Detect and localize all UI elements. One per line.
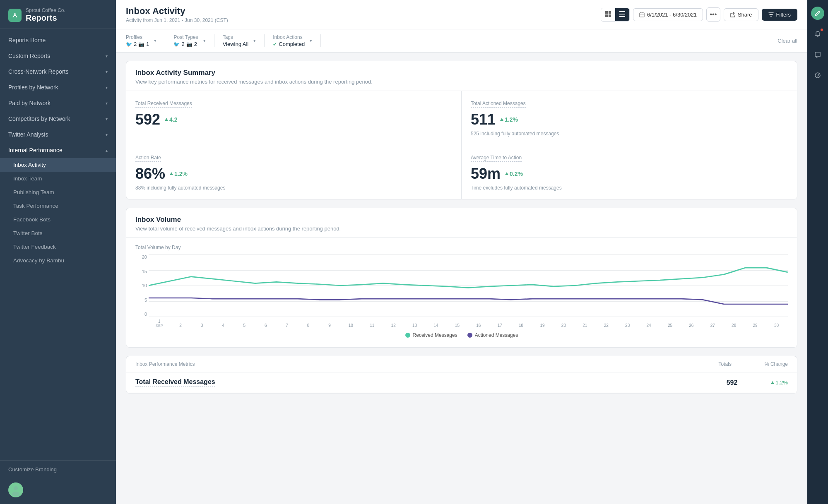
brand-company: Sprout Coffee Co.: [26, 7, 65, 13]
sidebar-sub-advocacy[interactable]: Advocacy by Bambu: [0, 254, 116, 267]
volume-card-title: Inbox Volume: [135, 216, 788, 224]
post-types-instagram: 2: [194, 41, 197, 47]
profiles-filter[interactable]: Profiles 🐦 2 📷 1 ▾: [126, 34, 165, 47]
list-view-button[interactable]: [615, 8, 629, 21]
x-axis: 1 SEP 2 3 4 5 6 7 8 9: [149, 317, 788, 329]
svg-rect-5: [605, 14, 608, 17]
action-rate-sub: 88% including fully automated messages: [135, 185, 452, 191]
total-actioned-change: 1.2%: [500, 116, 518, 123]
row-change: 1.2%: [770, 379, 788, 386]
received-label: Received Messages: [413, 332, 457, 338]
total-received-cell: Total Received Messages 592 4.2: [126, 91, 462, 145]
tags-value: Viewing All: [223, 41, 249, 47]
total-actioned-sub: 525 including fully automated messages: [471, 131, 788, 137]
filters-button[interactable]: Filters: [762, 9, 797, 21]
chevron-down-icon: ▾: [310, 38, 312, 43]
page-subtitle: Activity from Jun 1, 2021 - Jun 30, 2021…: [126, 17, 228, 23]
sidebar-bottom: Customize Branding: [0, 460, 116, 478]
sidebar-item-internal-performance[interactable]: Internal Performance ▴: [0, 142, 116, 158]
svg-point-1: [14, 486, 18, 490]
sidebar-item-competitors[interactable]: Competitors by Network ▾: [0, 111, 116, 127]
action-rate-change: 1.2%: [169, 170, 188, 177]
sidebar-item-label: Cross-Network Reports: [8, 68, 68, 75]
sidebar-sub-inbox-team[interactable]: Inbox Team: [0, 172, 116, 185]
grid-view-button[interactable]: [601, 8, 615, 21]
customize-branding-link[interactable]: Customize Branding: [8, 466, 108, 473]
notifications-button[interactable]: [811, 27, 824, 41]
messages-button[interactable]: [811, 48, 824, 61]
chart-area: Total Volume by Day 20 15 10 5 0: [126, 238, 797, 347]
filters-label: Filters: [776, 12, 791, 18]
total-received-label: Total Received Messages: [135, 101, 192, 108]
sidebar-sub-publishing-team[interactable]: Publishing Team: [0, 185, 116, 199]
date-range-button[interactable]: 6/1/2021 - 6/30/2021: [633, 8, 703, 21]
content-area: Inbox Activity Summary View key performa…: [116, 53, 807, 504]
action-rate-cell: Action Rate 86% 1.2% 88% including fully…: [126, 145, 462, 199]
inbox-actions-label: Inbox Actions: [273, 34, 305, 40]
avg-time-label: Average Time to Action: [471, 155, 522, 162]
volume-card: Inbox Volume View total volume of receiv…: [126, 208, 797, 348]
chevron-down-icon: ▾: [106, 101, 108, 106]
sidebar-item-custom-reports[interactable]: Custom Reports ▾: [0, 48, 116, 64]
instagram-icon: 📷: [186, 41, 193, 47]
svg-point-11: [815, 73, 820, 78]
inbox-actions-filter[interactable]: Inbox Actions ✔ Completed ▾: [273, 34, 321, 47]
sidebar-item-label: Paid by Network: [8, 100, 51, 106]
volume-card-desc: View total volume of received messages a…: [135, 226, 788, 232]
tags-filter[interactable]: Tags Viewing All ▾: [223, 34, 265, 47]
summary-grid: Total Received Messages 592 4.2 Total Ac…: [126, 91, 797, 199]
sidebar-item-label: Profiles by Network: [8, 84, 58, 91]
notification-dot: [820, 28, 823, 31]
sidebar-sub-facebook-bots[interactable]: Facebook Bots: [0, 213, 116, 226]
share-label: Share: [738, 12, 752, 18]
avg-time-cell: Average Time to Action 59m 0.2% Time exc…: [462, 145, 797, 199]
summary-card: Inbox Activity Summary View key performa…: [126, 61, 797, 199]
svg-rect-10: [640, 13, 644, 17]
sidebar-sub-inbox-activity[interactable]: Inbox Activity: [0, 158, 116, 172]
compose-button[interactable]: [811, 7, 824, 20]
post-types-filter[interactable]: Post Types 🐦 2 📷 2 ▾: [173, 34, 214, 47]
instagram-count: 1: [146, 41, 149, 47]
chevron-down-icon: ▾: [106, 85, 108, 90]
sidebar-item-twitter-analysis[interactable]: Twitter Analysis ▾: [0, 127, 116, 142]
avg-time-change: 0.2%: [505, 170, 523, 177]
more-options-button[interactable]: •••: [706, 7, 720, 22]
sidebar-item-reports-home[interactable]: Reports Home: [0, 32, 116, 48]
toolbar: 6/1/2021 - 6/30/2021 ••• Share Filters: [601, 7, 797, 22]
legend-received: Received Messages: [405, 332, 457, 338]
view-toggle[interactable]: [601, 8, 630, 22]
sidebar-item-profiles-by-network[interactable]: Profiles by Network ▾: [0, 79, 116, 95]
chevron-down-icon: ▾: [106, 132, 108, 137]
actioned-dot: [467, 333, 472, 338]
metrics-header-totals: Totals: [719, 361, 732, 367]
brand-logo: [8, 9, 22, 22]
action-rate-label: Action Rate: [135, 155, 161, 162]
chart-label: Total Volume by Day: [135, 245, 788, 250]
sidebar-sub-twitter-feedback[interactable]: Twitter Feedback: [0, 240, 116, 254]
sidebar-item-paid-by-network[interactable]: Paid by Network ▾: [0, 95, 116, 111]
help-button[interactable]: [811, 69, 824, 82]
total-actioned-value: 511 1.2%: [471, 111, 788, 128]
svg-rect-9: [619, 16, 625, 17]
metrics-table-card: Inbox Performance Metrics Totals % Chang…: [126, 356, 797, 394]
summary-card-desc: View key performance metrics for receive…: [135, 79, 788, 85]
profiles-filter-label: Profiles: [126, 34, 149, 40]
brand-title: Reports: [26, 13, 65, 23]
sidebar-sub-task-performance[interactable]: Task Performance: [0, 199, 116, 213]
twitter-count: 2: [134, 41, 137, 47]
profiles-filter-value: 🐦 2 📷 1: [126, 41, 149, 47]
svg-rect-3: [605, 11, 608, 14]
main-wrapper: Inbox Activity Activity from Jun 1, 2021…: [116, 0, 807, 504]
row-value: 592: [727, 379, 738, 386]
chevron-up-icon: ▴: [106, 148, 108, 153]
avatar[interactable]: [8, 482, 23, 497]
chevron-down-icon: ▾: [154, 38, 156, 43]
clear-all-button[interactable]: Clear all: [777, 38, 797, 44]
sidebar-sub-twitter-bots[interactable]: Twitter Bots: [0, 226, 116, 240]
sidebar-item-label: Competitors by Network: [8, 115, 70, 122]
sidebar: Sprout Coffee Co. Reports Reports Home C…: [0, 0, 116, 504]
sidebar-item-cross-network[interactable]: Cross-Network Reports ▾: [0, 64, 116, 79]
date-range-label: 6/1/2021 - 6/30/2021: [647, 12, 697, 18]
check-icon: ✔: [273, 41, 277, 47]
share-button[interactable]: Share: [724, 8, 758, 21]
